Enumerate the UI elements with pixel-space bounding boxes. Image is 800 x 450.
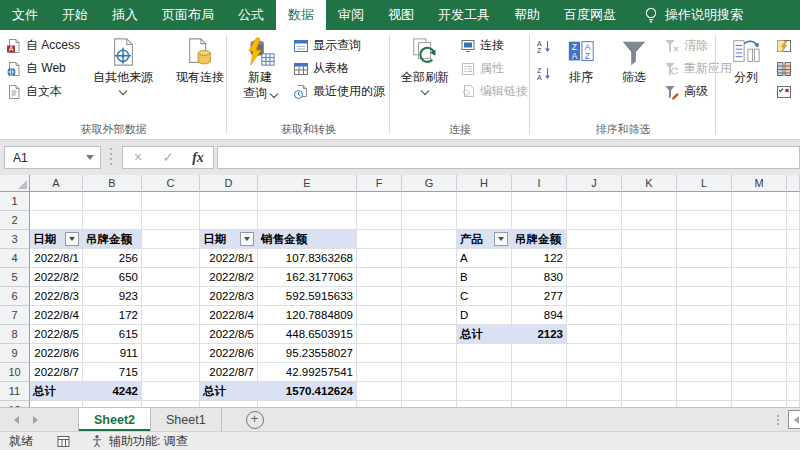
cell-I3[interactable]: 吊牌金额 bbox=[512, 230, 567, 249]
data-validation-button[interactable] bbox=[773, 80, 795, 103]
cell-G4[interactable] bbox=[402, 249, 457, 268]
cell-D3[interactable]: 日期 bbox=[200, 230, 258, 249]
macro-record-button[interactable] bbox=[57, 435, 70, 448]
cell-G7[interactable] bbox=[402, 306, 457, 325]
sort-ascending-button[interactable]: AZ bbox=[533, 37, 555, 55]
ribbon-tab-view[interactable]: 视图 bbox=[376, 0, 426, 30]
row-header-5[interactable]: 5 bbox=[0, 268, 30, 287]
cell-F8[interactable] bbox=[357, 325, 402, 344]
row-header-11[interactable]: 11 bbox=[0, 382, 30, 401]
cell-F7[interactable] bbox=[357, 306, 402, 325]
connections-button[interactable]: 连接 bbox=[457, 34, 531, 57]
cell-E4[interactable]: 107.8363268 bbox=[258, 249, 357, 268]
cell-C7[interactable] bbox=[142, 306, 200, 325]
cell-B11[interactable]: 4242 bbox=[83, 382, 142, 401]
cell-M9[interactable] bbox=[732, 344, 787, 363]
cell-A11[interactable]: 总计 bbox=[30, 382, 83, 401]
column-header-D[interactable]: D bbox=[200, 175, 258, 192]
cell-overflow[interactable] bbox=[787, 363, 800, 382]
cell-I2[interactable] bbox=[512, 211, 567, 230]
row-header-6[interactable]: 6 bbox=[0, 287, 30, 306]
cell-J1[interactable] bbox=[567, 192, 622, 211]
cell-K8[interactable] bbox=[622, 325, 677, 344]
sheet-tab-sheet1[interactable]: Sheet1 bbox=[151, 408, 222, 431]
from-table-button[interactable]: 从表格 bbox=[290, 57, 388, 80]
cell-F5[interactable] bbox=[357, 268, 402, 287]
cell-overflow[interactable] bbox=[787, 192, 800, 211]
cell-H4[interactable]: A bbox=[457, 249, 512, 268]
cell-L8[interactable] bbox=[677, 325, 732, 344]
cell-G11[interactable] bbox=[402, 382, 457, 401]
cell-H9[interactable] bbox=[457, 344, 512, 363]
cell-B7[interactable]: 172 bbox=[83, 306, 142, 325]
column-header-L[interactable]: L bbox=[677, 175, 732, 192]
show-queries-button[interactable]: 显示查询 bbox=[290, 34, 388, 57]
cell-B1[interactable] bbox=[83, 192, 142, 211]
scroll-left-button[interactable] bbox=[788, 410, 800, 429]
cell-A2[interactable] bbox=[30, 211, 83, 230]
cell-G10[interactable] bbox=[402, 363, 457, 382]
cell-L10[interactable] bbox=[677, 363, 732, 382]
cell-M3[interactable] bbox=[732, 230, 787, 249]
cell-I6[interactable]: 277 bbox=[512, 287, 567, 306]
cell-F9[interactable] bbox=[357, 344, 402, 363]
cell-E3[interactable]: 销售金额 bbox=[258, 230, 357, 249]
cell-E8[interactable]: 448.6503915 bbox=[258, 325, 357, 344]
cell-G8[interactable] bbox=[402, 325, 457, 344]
column-header-H[interactable]: H bbox=[457, 175, 512, 192]
column-header-A[interactable]: A bbox=[30, 175, 83, 192]
cell-J11[interactable] bbox=[567, 382, 622, 401]
cell-K9[interactable] bbox=[622, 344, 677, 363]
cell-M10[interactable] bbox=[732, 363, 787, 382]
cell-B2[interactable] bbox=[83, 211, 142, 230]
name-box[interactable]: A1 bbox=[4, 146, 101, 169]
next-sheet-icon[interactable] bbox=[33, 416, 38, 424]
column-header-E[interactable]: E bbox=[258, 175, 357, 192]
cell-D11[interactable]: 总计 bbox=[200, 382, 258, 401]
cell-J4[interactable] bbox=[567, 249, 622, 268]
column-header-J[interactable]: J bbox=[567, 175, 622, 192]
cell-M1[interactable] bbox=[732, 192, 787, 211]
cell-C5[interactable] bbox=[142, 268, 200, 287]
cell-B5[interactable]: 650 bbox=[83, 268, 142, 287]
cell-J10[interactable] bbox=[567, 363, 622, 382]
cell-overflow[interactable] bbox=[787, 230, 800, 249]
cell-overflow[interactable] bbox=[787, 382, 800, 401]
cell-K1[interactable] bbox=[622, 192, 677, 211]
cell-overflow[interactable] bbox=[787, 287, 800, 306]
cell-L1[interactable] bbox=[677, 192, 732, 211]
cell-E10[interactable]: 42.99257541 bbox=[258, 363, 357, 382]
cell-A1[interactable] bbox=[30, 192, 83, 211]
row-header-7[interactable]: 7 bbox=[0, 306, 30, 325]
cell-K4[interactable] bbox=[622, 249, 677, 268]
cell-D10[interactable]: 2022/8/7 bbox=[200, 363, 258, 382]
cell-D9[interactable]: 2022/8/6 bbox=[200, 344, 258, 363]
cell-C10[interactable] bbox=[142, 363, 200, 382]
cell-D5[interactable]: 2022/8/2 bbox=[200, 268, 258, 287]
cell-M2[interactable] bbox=[732, 211, 787, 230]
cell-F1[interactable] bbox=[357, 192, 402, 211]
filter-button[interactable] bbox=[240, 232, 254, 246]
from-text-button[interactable]: 自文本 bbox=[3, 80, 83, 103]
from-web-button[interactable]: 自 Web bbox=[3, 57, 83, 80]
row-header-9[interactable]: 9 bbox=[0, 344, 30, 363]
cell-E5[interactable]: 162.3177063 bbox=[258, 268, 357, 287]
cell-I5[interactable]: 830 bbox=[512, 268, 567, 287]
cell-A7[interactable]: 2022/8/4 bbox=[30, 306, 83, 325]
cell-E7[interactable]: 120.7884809 bbox=[258, 306, 357, 325]
cell-C1[interactable] bbox=[142, 192, 200, 211]
cell-D6[interactable]: 2022/8/3 bbox=[200, 287, 258, 306]
cell-A5[interactable]: 2022/8/2 bbox=[30, 268, 83, 287]
cell-B6[interactable]: 923 bbox=[83, 287, 142, 306]
cell-H11[interactable] bbox=[457, 382, 512, 401]
ribbon-tab-file[interactable]: 文件 bbox=[0, 0, 50, 30]
row-header-8[interactable]: 8 bbox=[0, 325, 30, 344]
ribbon-tab-page-layout[interactable]: 页面布局 bbox=[150, 0, 226, 30]
recent-sources-button[interactable]: 最近使用的源 bbox=[290, 80, 388, 103]
new-sheet-button[interactable]: + bbox=[246, 411, 264, 429]
cell-M8[interactable] bbox=[732, 325, 787, 344]
cell-D4[interactable]: 2022/8/1 bbox=[200, 249, 258, 268]
sort-button[interactable]: ZAAZ 排序 bbox=[555, 32, 607, 123]
insert-function-button[interactable]: fx bbox=[183, 147, 213, 168]
cell-B3[interactable]: 吊牌金额 bbox=[83, 230, 142, 249]
